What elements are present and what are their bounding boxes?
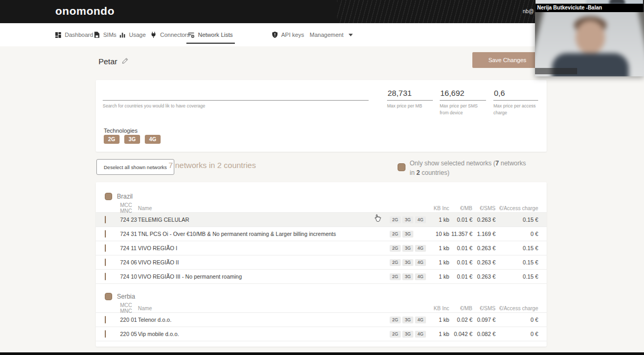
cell-eur-sms: 0.263 € <box>472 216 496 223</box>
only-show-selected-checkbox[interactable] <box>398 163 405 171</box>
network-checkbox[interactable] <box>105 273 106 280</box>
table-row[interactable]: 724 11VIVO REGIÃO I2G3G4G1 kb0.01 €0.263… <box>96 241 547 255</box>
tech-chip-2g[interactable]: 2G <box>104 135 120 144</box>
network-checkbox[interactable] <box>105 259 106 266</box>
col-header-eur-sms: €/SMS <box>472 205 496 211</box>
sim-icon <box>94 31 100 38</box>
cell-eur-access: 0 € <box>496 231 538 237</box>
network-checkbox[interactable] <box>105 316 106 323</box>
only-show-text: Only show selected networks ( <box>410 160 496 167</box>
tech-badge-2g: 2G <box>390 273 401 280</box>
country-search-input[interactable] <box>103 85 369 101</box>
only-show-text-suffix: countries) <box>420 169 449 176</box>
network-checkbox[interactable] <box>105 330 106 338</box>
cell-eur-sms: 0.263 € <box>472 259 496 265</box>
cell-eur-access: 0.15 € <box>496 259 538 265</box>
cell-eur-mb: 0.01 € <box>449 259 472 265</box>
video-call-overlay[interactable]: Nerija Butkeviciute -Balan <box>535 0 644 76</box>
row-checkbox-cell <box>96 331 120 337</box>
tech-badge-4g: 4G <box>415 259 426 266</box>
cell-network-name: TNL PCS Oi - Over €10/MB & No permanent … <box>138 231 383 237</box>
deselect-all-button[interactable]: Deselect all shown networks <box>96 159 174 175</box>
country-checkbox[interactable] <box>105 193 112 200</box>
country-header: Brazil <box>96 182 547 200</box>
cell-technologies: 2G3G4G <box>383 273 433 280</box>
edit-pencil-icon[interactable] <box>122 57 129 66</box>
self-video[interactable] <box>535 12 644 76</box>
tab-management[interactable]: Management <box>310 23 353 46</box>
cell-technologies: 2G3G4G <box>383 331 433 338</box>
network-list-name: Petar <box>98 57 117 66</box>
remote-participant-video[interactable]: Nerija Butkeviciute -Balan <box>536 0 643 12</box>
app-root: { "topbar": { "logo": "onomondo", "email… <box>0 0 644 355</box>
cell-network-name: TELEMIG CELULAR <box>138 216 383 223</box>
tab-dashboard[interactable]: Dashboard <box>55 23 93 46</box>
tech-chip-4g[interactable]: 4G <box>145 135 161 144</box>
cell-kb-inc: 1 kb <box>433 317 449 323</box>
max-price-field-1: Max price per SMS from device <box>440 85 486 116</box>
col-header-kb-inc: KB Inc <box>433 305 449 311</box>
tab-sims[interactable]: SIMs <box>94 23 116 46</box>
cell-mcc-mnc: 724 10 <box>120 273 138 280</box>
table-row[interactable]: 724 06VIVO REGIÃO II2G3G4G1 kb0.01 €0.26… <box>96 255 547 270</box>
cell-eur-access: 0.15 € <box>496 245 538 251</box>
tech-badge-3g: 3G <box>402 245 413 252</box>
network-checkbox[interactable] <box>105 230 106 238</box>
network-checkbox[interactable] <box>105 244 106 252</box>
cell-network-name: VIVO REGIÃO I <box>138 245 383 251</box>
max-price-input-2[interactable] <box>493 85 538 101</box>
cell-kb-inc: 1 kb <box>433 331 449 337</box>
table-row[interactable]: 724 23TELEMIG CELULAR2G3G4G1 kb0.01 €0.2… <box>96 213 547 227</box>
country-name: Brazil <box>117 193 133 200</box>
col-header-eur-mb: €/MB <box>449 305 472 311</box>
col-header-mcc-mnc: MCC MNC <box>120 302 138 314</box>
self-participant-figure <box>576 21 605 54</box>
cell-network-name: Telenor d.o.o. <box>138 317 383 323</box>
cell-eur-access: 0.15 € <box>496 273 538 280</box>
table-row[interactable]: 724 31TNL PCS Oi - Over €10/MB & No perm… <box>96 227 547 241</box>
max-price-label: Max price per MB <box>387 103 433 110</box>
cell-mcc-mnc: 724 31 <box>120 231 138 237</box>
tab-label: API keys <box>281 32 304 38</box>
cell-eur-sms: 0.263 € <box>472 245 496 251</box>
row-checkbox-cell <box>96 273 120 280</box>
tab-label: Management <box>310 32 343 38</box>
cell-eur-mb: 0.01 € <box>449 273 472 280</box>
filter-card: Search for countries you would lik to ha… <box>96 80 547 152</box>
tech-badge-3g: 3G <box>402 231 413 238</box>
max-price-label: Max price per access charge <box>493 103 538 116</box>
row-checkbox-cell <box>96 259 120 265</box>
table-column-headers: MCC MNCNameKB Inc€/MB€/SMS€/Access charg… <box>96 302 547 313</box>
save-changes-button[interactable]: Save Changes <box>472 52 542 68</box>
country-name: Serbia <box>117 293 135 300</box>
tech-chip-3g[interactable]: 3G <box>124 135 140 144</box>
tech-badge-2g: 2G <box>390 317 401 323</box>
max-price-input-1[interactable] <box>440 85 486 101</box>
tech-badge-3g: 3G <box>402 317 413 323</box>
country-search-helper: Search for countries you would lik to ha… <box>103 103 369 110</box>
tech-badge-4g: 4G <box>415 317 426 323</box>
cell-kb-inc: 1 kb <box>433 245 449 251</box>
cell-kb-inc: 1 kb <box>433 259 449 265</box>
onomondo-logo[interactable]: onomondo <box>55 5 114 17</box>
cell-mcc-mnc: 724 11 <box>120 245 138 251</box>
table-row[interactable]: 724 10VIVO REGIÃO III - No permanent roa… <box>96 270 547 284</box>
cell-kb-inc: 1 kb <box>433 273 449 280</box>
network-checkbox[interactable] <box>105 216 106 223</box>
chevron-down-icon <box>349 34 353 38</box>
tab-usage[interactable]: Usage <box>119 23 146 46</box>
cell-eur-mb: 0.02 € <box>449 317 472 323</box>
cell-eur-sms: 0.097 € <box>472 317 496 323</box>
tab-label: Dashboard <box>65 32 93 38</box>
cell-eur-mb: 0.01 € <box>449 245 472 251</box>
table-row[interactable]: 220 01Telenor d.o.o.2G3G4G1 kb0.02 €0.09… <box>96 313 547 327</box>
tab-connectors[interactable]: Connectors <box>150 23 190 46</box>
country-checkbox[interactable] <box>105 293 112 300</box>
cell-network-name: VIVO REGIÃO III - No permanent roaming <box>138 273 383 280</box>
table-row[interactable]: 220 05Vip mobile d.o.o.2G3G4G1 kb0.042 €… <box>96 327 547 341</box>
max-price-input-0[interactable] <box>387 85 433 101</box>
page-content: Petar Save Changes Search for countries … <box>0 46 644 352</box>
tab-network-lists[interactable]: Network Lists <box>187 23 233 46</box>
tech-badge-4g: 4G <box>415 331 426 338</box>
tab-api-keys[interactable]: API keys <box>272 23 304 46</box>
